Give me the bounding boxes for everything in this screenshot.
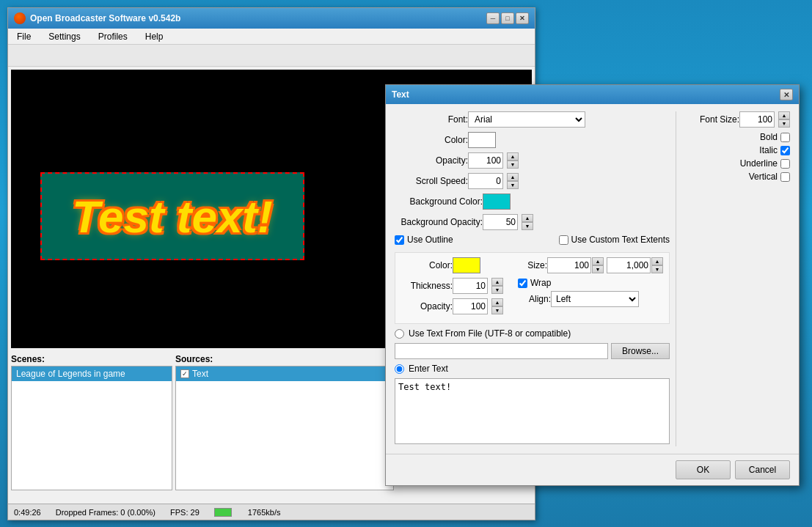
bg-color-swatch[interactable] [483, 194, 511, 210]
use-outline-label: Use Outline [407, 235, 453, 245]
text-content-area[interactable]: Test text! [395, 378, 670, 444]
use-custom-extents-checkbox[interactable] [559, 235, 568, 245]
font-size-input[interactable] [739, 111, 775, 128]
bg-opacity-label: Background Opacity: [395, 217, 483, 227]
wrap-label: Wrap [530, 278, 551, 288]
bg-opacity-spinbox: ▲ ▼ [483, 214, 533, 230]
outline-color-field [453, 257, 480, 273]
bg-opacity-spin-down[interactable]: ▼ [522, 222, 533, 230]
outline-size-spinbox1: ▲ ▼ [547, 257, 604, 273]
outline-opacity-spin-up[interactable]: ▲ [491, 298, 503, 306]
align-label: Align: [518, 294, 551, 304]
ok-button[interactable]: OK [676, 460, 731, 479]
font-label: Font: [395, 114, 468, 125]
outline-thickness-input[interactable] [453, 278, 488, 294]
color-field [468, 132, 496, 148]
outline-size-spin-up1[interactable]: ▲ [592, 257, 604, 265]
outline-size-spin-down1[interactable]: ▼ [592, 265, 604, 273]
outline-size-spin-up2[interactable]: ▲ [651, 257, 663, 265]
bg-opacity-spin-buttons: ▲ ▼ [522, 214, 533, 230]
underline-row: Underline [685, 158, 790, 169]
italic-label: Italic [759, 145, 778, 155]
source-item-label: Text [192, 369, 208, 379]
menu-settings[interactable]: Settings [43, 30, 86, 43]
bg-color-label: Background Color: [395, 196, 483, 207]
outline-thickness-spin-down[interactable]: ▼ [491, 286, 503, 294]
cancel-button[interactable]: Cancel [735, 460, 790, 479]
bg-opacity-spin-up[interactable]: ▲ [522, 214, 533, 222]
sources-list[interactable]: Text [175, 366, 394, 490]
outline-opacity-spinbox: ▲ ▼ [453, 298, 503, 314]
underline-checkbox[interactable] [780, 159, 790, 169]
outline-size-spin-buttons2: ▲ ▼ [651, 257, 663, 273]
opacity-input[interactable] [468, 152, 503, 169]
enter-text-label: Enter Text [409, 364, 448, 374]
outline-thickness-spin-up[interactable]: ▲ [491, 278, 503, 286]
italic-checkbox[interactable] [780, 146, 790, 155]
scroll-speed-spin-up[interactable]: ▲ [507, 173, 519, 181]
file-input-row: Browse... [395, 343, 670, 359]
use-file-row: Use Text From File (UTF-8 or compatible) [395, 328, 670, 339]
outline-thickness-row: Thickness: ▲ ▼ [401, 278, 503, 294]
outline-thickness-spinbox: ▲ ▼ [453, 278, 503, 294]
browse-button[interactable]: Browse... [611, 343, 670, 359]
outline-opacity-input[interactable] [453, 298, 488, 314]
bold-checkbox[interactable] [780, 133, 790, 142]
file-path-input[interactable] [395, 343, 608, 359]
use-outline-checkbox[interactable] [395, 235, 404, 245]
scene-item-lol[interactable]: League of Legends in game [12, 366, 172, 381]
vertical-checkbox[interactable] [780, 172, 790, 182]
use-file-radio[interactable] [395, 329, 404, 339]
bold-row: Bold [685, 132, 790, 142]
outline-opacity-label: Opacity: [401, 301, 453, 312]
outline-color-label: Color: [401, 260, 453, 270]
opacity-spin-up[interactable]: ▲ [507, 152, 519, 161]
outline-color-row: Color: [401, 257, 503, 273]
outline-color-swatch[interactable] [453, 257, 480, 273]
scroll-speed-spin-down[interactable]: ▼ [507, 181, 519, 189]
scroll-speed-input[interactable] [468, 173, 503, 189]
font-size-spinbox: ▲ ▼ [739, 111, 790, 128]
dialog-left-col: Font: Arial Color: Opacity: [395, 111, 676, 446]
source-item-text[interactable]: Text [176, 366, 393, 381]
maximize-button[interactable]: □ [501, 12, 514, 24]
use-outline-row: Use Outline [395, 235, 453, 245]
outline-size-fields: ▲ ▼ ▲ ▼ [547, 257, 663, 273]
outline-opacity-spin-down[interactable]: ▼ [491, 306, 503, 314]
sources-label: Sources: [175, 354, 394, 364]
source-checkbox[interactable] [180, 369, 189, 378]
font-field: Arial [468, 111, 585, 128]
opacity-spin-down[interactable]: ▼ [507, 161, 519, 169]
opacity-label: Opacity: [395, 155, 468, 166]
menu-profiles[interactable]: Profiles [92, 30, 133, 43]
font-size-spin-up[interactable]: ▲ [778, 111, 790, 119]
font-size-spin-down[interactable]: ▼ [778, 119, 790, 128]
preview-text-box: Test text! [40, 172, 304, 260]
italic-row: Italic [685, 145, 790, 155]
use-custom-extents-row: Use Custom Text Extents [559, 235, 670, 245]
scenes-list[interactable]: League of Legends in game [11, 366, 172, 490]
outline-left: Color: Thickness: [401, 257, 503, 319]
outline-size-spin-buttons1: ▲ ▼ [592, 257, 604, 273]
outline-section: Color: Thickness: [395, 252, 670, 324]
vertical-label: Vertical [749, 172, 778, 182]
preview-text: Test text! [63, 188, 281, 246]
wrap-checkbox[interactable] [518, 279, 527, 288]
bg-opacity-input[interactable] [483, 214, 518, 230]
enter-text-row: Enter Text [395, 364, 670, 374]
outline-size-spin-down2[interactable]: ▼ [651, 265, 663, 273]
font-size-row: Font Size: ▲ ▼ [685, 111, 790, 128]
close-button[interactable]: ✕ [516, 12, 529, 24]
outline-size-input2[interactable] [607, 257, 651, 273]
menu-file[interactable]: File [11, 30, 37, 43]
align-select[interactable]: Left Center Right [551, 291, 639, 307]
dialog-close-button[interactable]: ✕ [780, 89, 793, 100]
color-swatch[interactable] [468, 132, 496, 148]
outline-size-input1[interactable] [547, 257, 591, 273]
outline-size-label: Size: [518, 260, 547, 270]
minimize-button[interactable]: ─ [486, 12, 500, 24]
menu-help[interactable]: Help [139, 30, 169, 43]
sources-panel: Sources: Text [175, 354, 394, 490]
enter-text-radio[interactable] [395, 364, 404, 374]
font-select[interactable]: Arial [468, 111, 585, 128]
